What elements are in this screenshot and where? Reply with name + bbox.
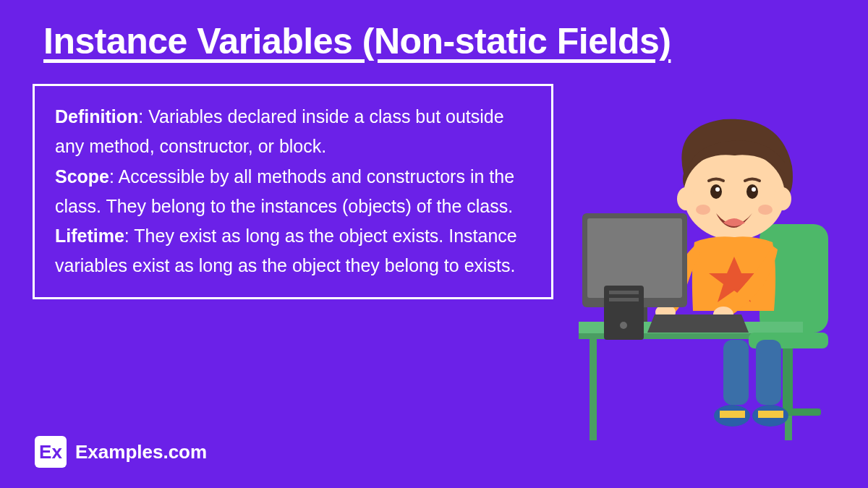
footer: Ex Examples.com (35, 436, 207, 468)
definition-label: Definition (55, 106, 138, 127)
svg-point-2 (677, 187, 694, 210)
svg-point-7 (752, 187, 756, 192)
logo-icon: Ex (35, 436, 67, 468)
content-text: Definition: Variables declared inside a … (55, 102, 531, 281)
content-box: Definition: Variables declared inside a … (33, 84, 553, 299)
svg-point-8 (696, 205, 710, 215)
svg-point-5 (746, 184, 758, 199)
svg-rect-26 (723, 340, 749, 405)
boy-computer-illustration (579, 101, 854, 448)
svg-point-4 (710, 184, 722, 199)
svg-point-9 (758, 205, 773, 215)
svg-point-22 (620, 322, 627, 329)
svg-rect-21 (609, 298, 639, 301)
lifetime-text: : They exist as long as the object exist… (55, 226, 517, 275)
svg-rect-20 (609, 291, 639, 294)
footer-site: Examples.com (75, 441, 207, 463)
svg-point-6 (715, 187, 720, 192)
svg-rect-14 (590, 339, 597, 440)
svg-rect-24 (783, 348, 793, 414)
svg-point-3 (774, 187, 791, 210)
scope-label: Scope (55, 166, 109, 187)
scope-text: : Accessible by all methods and construc… (55, 166, 514, 216)
page-title: Instance Variables (Non-static Fields) (0, 0, 868, 62)
lifetime-label: Lifetime (55, 226, 124, 246)
svg-rect-27 (756, 340, 781, 405)
